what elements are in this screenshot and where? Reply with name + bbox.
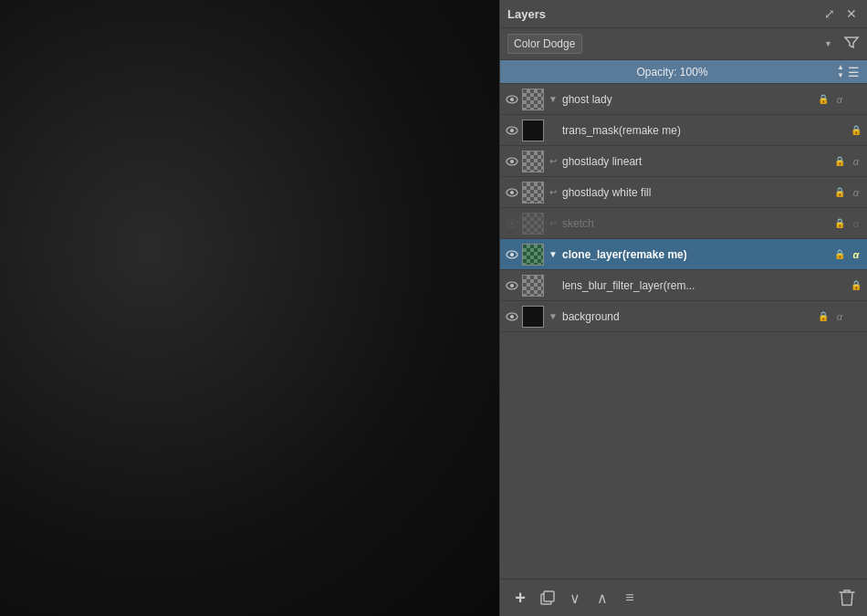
layer-lock-icon[interactable]: 🔒	[832, 247, 847, 262]
layer-lock-icon[interactable]: 🔒	[849, 278, 863, 293]
layer-row[interactable]: ▼ clone_layer(remake me) 🔒 α	[500, 239, 867, 270]
svg-point-53	[510, 315, 514, 318]
layer-row[interactable]: trans_mask(remake me) 🔒	[500, 115, 867, 146]
canvas-area	[0, 0, 499, 616]
layer-name: trans_mask(remake me)	[562, 124, 847, 137]
layer-lock-icon[interactable]: 🔒	[832, 185, 847, 200]
layer-name: clone_layer(remake me)	[562, 248, 830, 261]
layer-right-icons: 🔒 α	[816, 309, 863, 324]
layers-bottom-toolbar: + ∨ ∧ ≡	[500, 579, 867, 616]
layer-extra-icon	[849, 309, 863, 324]
move-layer-down-button[interactable]: ∨	[564, 587, 586, 609]
layer-expand-icon[interactable]: ↩	[546, 154, 560, 169]
layer-lock-icon[interactable]: 🔒	[832, 154, 847, 169]
layer-expand-icon[interactable]: ▼	[546, 247, 560, 262]
close-panel-icon[interactable]: ✕	[843, 5, 860, 22]
layer-lock-icon[interactable]: 🔒	[816, 309, 830, 324]
layer-expand-icon[interactable]	[546, 278, 560, 293]
layer-name: ghost lady	[562, 93, 814, 106]
header-icons: ⤢ ✕	[821, 5, 860, 22]
layer-thumbnail	[522, 275, 544, 297]
move-layer-up-button[interactable]: ∧	[591, 587, 613, 609]
layers-panel: Layers ⤢ ✕ Color Dodge Normal Multiply S…	[499, 0, 867, 616]
layer-visibility-toggle[interactable]	[504, 277, 520, 294]
add-layer-button[interactable]: +	[509, 587, 531, 609]
svg-point-51	[510, 284, 514, 287]
layer-alpha-icon[interactable]: α	[832, 309, 847, 324]
layer-right-icons: 🔒 α	[832, 247, 863, 262]
opacity-menu-icon[interactable]: ☰	[848, 65, 860, 79]
layer-expand-icon[interactable]: ↩	[546, 185, 560, 200]
layer-alpha-icon[interactable]: α	[849, 154, 863, 169]
layer-expand-icon[interactable]: ▼	[546, 309, 560, 324]
panel-header: Layers ⤢ ✕	[500, 0, 867, 28]
layer-expand-icon[interactable]: ▼	[546, 92, 560, 107]
layer-thumbnail	[522, 151, 544, 172]
opacity-up-arrow[interactable]: ▲	[837, 64, 844, 71]
layer-alpha-icon[interactable]: α	[849, 247, 863, 262]
layer-thumbnail	[522, 120, 544, 141]
layer-visibility-toggle[interactable]	[504, 122, 520, 139]
layer-lock-icon[interactable]: 🔒	[849, 123, 863, 138]
layer-alpha-icon[interactable]: α	[832, 92, 847, 107]
opacity-label: Opacity: 100%	[507, 66, 837, 78]
layer-visibility-toggle[interactable]	[504, 184, 520, 201]
layer-visibility-toggle[interactable]	[504, 246, 520, 263]
panel-title: Layers	[507, 7, 546, 21]
layer-name: lens_blur_filter_layer(rem...	[562, 279, 847, 292]
blend-mode-select[interactable]: Color Dodge Normal Multiply Screen Overl…	[507, 34, 582, 54]
layer-row[interactable]: ▼ ghost lady 🔒 α	[500, 84, 867, 115]
layer-right-icons: 🔒 α	[816, 92, 863, 107]
layer-name: background	[562, 310, 814, 323]
layer-visibility-toggle[interactable]	[504, 215, 520, 232]
layer-row[interactable]: lens_blur_filter_layer(rem... 🔒	[500, 270, 867, 301]
svg-point-45	[510, 191, 514, 194]
layer-row[interactable]: ▼ background 🔒 α	[500, 301, 867, 332]
layer-alpha-icon[interactable]: α	[849, 216, 863, 231]
layer-name: sketch	[562, 217, 830, 230]
layer-row[interactable]: ↩ ghostlady white fill 🔒 α	[500, 177, 867, 208]
layer-lock-icon[interactable]: 🔒	[832, 216, 847, 231]
layer-thumbnail	[522, 244, 544, 266]
svg-point-43	[510, 160, 514, 163]
opacity-row[interactable]: Opacity: 100% ▲ ▼ ☰	[500, 60, 867, 84]
blend-mode-row: Color Dodge Normal Multiply Screen Overl…	[500, 28, 867, 60]
layer-right-icons: 🔒 α	[832, 216, 863, 231]
layer-thumbnail	[522, 182, 544, 204]
blend-mode-wrapper: Color Dodge Normal Multiply Screen Overl…	[507, 34, 838, 54]
layer-thumbnail	[522, 306, 544, 328]
layer-row[interactable]: ↩ ghostlady lineart 🔒 α	[500, 146, 867, 177]
svg-point-47	[510, 222, 514, 225]
svg-point-49	[510, 253, 514, 256]
merge-layers-button[interactable]: ≡	[619, 587, 641, 609]
layer-extra-icon	[849, 92, 863, 107]
layer-name: ghostlady white fill	[562, 186, 830, 199]
layer-name: ghostlady lineart	[562, 155, 830, 168]
layer-thumbnail	[522, 213, 544, 235]
scene-background	[0, 0, 499, 616]
svg-rect-55	[544, 591, 554, 601]
duplicate-layer-button[interactable]	[537, 587, 559, 609]
delete-layer-button[interactable]	[836, 587, 858, 609]
layer-right-icons: 🔒 α	[832, 154, 863, 169]
layer-visibility-toggle[interactable]	[504, 308, 520, 325]
layer-alpha-icon[interactable]: α	[849, 185, 863, 200]
layer-expand-icon[interactable]: ↩	[546, 216, 560, 231]
layer-right-icons: 🔒 α	[832, 185, 863, 200]
svg-point-39	[510, 98, 514, 101]
layer-lock-icon[interactable]: 🔒	[816, 92, 830, 107]
opacity-arrows: ▲ ▼	[837, 64, 844, 79]
svg-point-41	[510, 129, 514, 132]
canvas-scene	[0, 0, 499, 616]
layer-visibility-toggle[interactable]	[504, 153, 520, 170]
layers-list: ▼ ghost lady 🔒 α trans_mask(remake me) 🔒	[500, 84, 867, 579]
opacity-down-arrow[interactable]: ▼	[837, 72, 844, 79]
layer-row[interactable]: ↩ sketch 🔒 α	[500, 208, 867, 239]
layer-right-icons: 🔒	[849, 278, 863, 293]
layer-thumbnail	[522, 89, 544, 110]
layer-right-icons: 🔒	[849, 123, 863, 138]
layer-expand-icon[interactable]	[546, 123, 560, 138]
layer-filter-icon[interactable]	[843, 35, 860, 54]
expand-panel-icon[interactable]: ⤢	[821, 5, 838, 22]
layer-visibility-toggle[interactable]	[504, 91, 520, 108]
